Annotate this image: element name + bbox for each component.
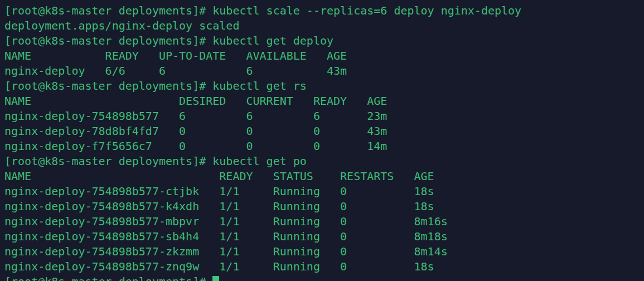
table-header-line: NAME DESIRED CURRENT READY AGE <box>4 94 644 109</box>
table-row-line: nginx-deploy-754898b577-mbpvr 1/1 Runnin… <box>4 214 644 229</box>
table-row-line: nginx-deploy-754898b577-ctjbk 1/1 Runnin… <box>4 184 644 199</box>
table-row-line: nginx-deploy-754898b577-zkzmm 1/1 Runnin… <box>4 244 644 259</box>
table-header-line: NAME READY STATUS RESTARTS AGE <box>4 169 644 184</box>
table-row-line: nginx-deploy-754898b577-sb4h4 1/1 Runnin… <box>4 229 644 244</box>
command-line: [root@k8s-master deployments]# kubectl s… <box>4 3 644 18</box>
prompt-line: [root@k8s-master deployments]# <box>4 274 644 281</box>
output-line: deployment.apps/nginx-deploy scaled <box>4 18 644 33</box>
terminal-screen[interactable]: [root@k8s-master deployments]# kubectl s… <box>0 0 644 281</box>
table-row-line: nginx-deploy-78d8bf4fd7 0 0 0 43m <box>4 124 644 139</box>
table-row-line: nginx-deploy-f7f5656c7 0 0 0 14m <box>4 139 644 154</box>
command-line: [root@k8s-master deployments]# kubectl g… <box>4 154 644 169</box>
table-row-line: nginx-deploy-754898b577 6 6 6 23m <box>4 109 644 124</box>
table-row-line: nginx-deploy-754898b577-k4xdh 1/1 Runnin… <box>4 199 644 214</box>
command-line: [root@k8s-master deployments]# kubectl g… <box>4 33 644 49</box>
table-row-line: nginx-deploy-754898b577-znq9w 1/1 Runnin… <box>4 259 644 274</box>
table-header-line: NAME READY UP-TO-DATE AVAILABLE AGE <box>4 49 644 64</box>
table-row-line: nginx-deploy 6/6 6 6 43m <box>4 64 644 79</box>
command-line: [root@k8s-master deployments]# kubectl g… <box>4 79 644 94</box>
terminal-cursor <box>212 276 219 281</box>
